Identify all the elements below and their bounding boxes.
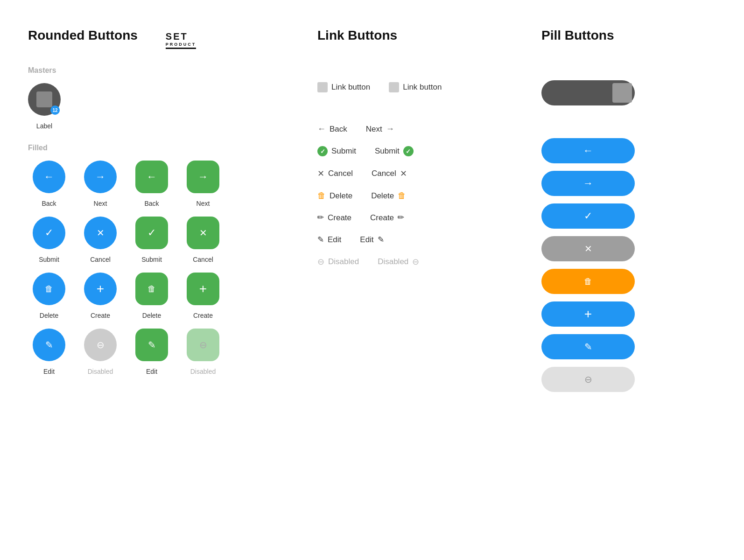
pencil-icon-left: ✎ — [317, 235, 324, 245]
pill-toggle[interactable] — [541, 80, 635, 105]
cancel-button-blue[interactable]: ✕ — [84, 217, 117, 249]
link-icon-box-right — [389, 82, 399, 92]
rounded-buttons-section: Rounded Buttons SET PRODUCT Masters 12 L… — [28, 28, 289, 399]
x-icon-left: ✕ — [317, 168, 324, 179]
arrow-right-icon: → — [386, 124, 394, 134]
link-btn-list: ← Back Next → ✓ Submit Submit ✓ — [317, 122, 419, 269]
link-submit-label-right: Submit — [375, 147, 400, 156]
link-disabled-button-left: ⊖ Disabled — [317, 255, 359, 269]
arrow-left-icon: ← — [317, 124, 326, 134]
link-next-label: Next — [366, 125, 382, 134]
link-button-right[interactable]: Link button — [389, 80, 442, 94]
edit-button-blue[interactable]: ✎ — [33, 329, 65, 361]
link-edit-button-right[interactable]: Edit ✎ — [360, 233, 384, 246]
pill-toggle-container — [541, 80, 635, 129]
pencil-icon-right: ✎ — [378, 235, 384, 245]
circle-minus-icon-right: ⊖ — [412, 257, 419, 267]
link-submit-button-left[interactable]: ✓ Submit — [317, 144, 356, 158]
link-edit-button-left[interactable]: ✎ Edit — [317, 233, 341, 246]
btn-item-disabled-blue: ⊖ Disabled — [79, 329, 121, 375]
edit-button-green[interactable]: ✎ — [135, 329, 168, 361]
link-icon-box-left — [317, 82, 328, 92]
next-button-green[interactable]: → — [187, 161, 219, 193]
link-row-disabled: ⊖ Disabled Disabled ⊖ — [317, 255, 419, 269]
x-icon-right: ✕ — [400, 168, 407, 179]
disabled-label-blue: Disabled — [88, 368, 113, 375]
pill-back-button[interactable]: ← — [541, 138, 635, 163]
link-row-delete: 🗑 Delete Delete 🗑 — [317, 189, 419, 203]
rounded-btn-grid: ← Back → Next ← Back → Next ✓ Submit ✕ — [28, 161, 224, 375]
submit-button-blue[interactable]: ✓ — [33, 217, 65, 249]
pill-delete-button[interactable]: 🗑 — [541, 269, 635, 294]
filled-subtitle: Filled — [28, 144, 48, 152]
link-delete-button-right[interactable]: Delete 🗑 — [371, 189, 406, 203]
link-disabled-label-right: Disabled — [378, 257, 408, 266]
cancel-button-green[interactable]: ✕ — [187, 217, 219, 249]
link-button-left[interactable]: Link button — [317, 80, 370, 94]
logo-line2: PRODUCT — [166, 42, 197, 47]
back-label-green: Back — [144, 200, 159, 207]
create-label-blue: Create — [91, 312, 110, 319]
btn-item-create-green: + Create — [182, 273, 224, 319]
submit-button-green[interactable]: ✓ — [135, 217, 168, 249]
link-next-button[interactable]: Next → — [366, 122, 394, 136]
link-row-back-next: ← Back Next → — [317, 122, 419, 136]
create-button-green[interactable]: + — [187, 273, 219, 305]
pencil-sq-icon-left: ✎ — [315, 212, 327, 224]
delete-button-blue[interactable]: 🗑 — [33, 273, 65, 305]
btn-item-back-blue: ← Back — [28, 161, 70, 207]
pill-cancel-button[interactable]: ✕ — [541, 236, 635, 261]
link-button-label2: Link button — [403, 83, 442, 92]
link-delete-label-left: Delete — [330, 191, 352, 201]
set-logo: SET PRODUCT — [166, 31, 197, 49]
rounded-title: Rounded Buttons — [28, 28, 138, 43]
edit-label-green: Edit — [146, 368, 157, 375]
link-back-button[interactable]: ← Back — [317, 122, 347, 136]
check-circle-icon-left: ✓ — [317, 146, 328, 156]
pencil-sq-icon-right: ✎ — [395, 212, 407, 224]
logo-line1: SET — [166, 31, 197, 42]
link-create-button-right[interactable]: Create ✎ — [370, 211, 404, 224]
link-cancel-button-right[interactable]: Cancel ✕ — [372, 167, 407, 181]
link-submit-label-left: Submit — [331, 147, 356, 156]
back-button-green[interactable]: ← — [135, 161, 168, 193]
link-row-create: ✎ Create Create ✎ — [317, 211, 419, 224]
link-buttons-section: Link Buttons Link button Link button ← B… — [317, 28, 504, 399]
link-edit-label-left: Edit — [328, 235, 341, 245]
next-button-blue[interactable]: → — [84, 161, 117, 193]
btn-item-back-green: ← Back — [131, 161, 173, 207]
btn-item-submit-blue: ✓ Submit — [28, 217, 70, 263]
trash-icon-right: 🗑 — [398, 191, 406, 201]
cancel-label-green: Cancel — [193, 256, 213, 263]
back-button-blue[interactable]: ← — [33, 161, 65, 193]
link-back-label: Back — [330, 125, 347, 134]
link-submit-button-right[interactable]: Submit ✓ — [375, 144, 414, 158]
next-label-blue: Next — [94, 200, 107, 207]
btn-item-delete-blue: 🗑 Delete — [28, 273, 70, 319]
pill-create-button[interactable]: + — [541, 301, 635, 327]
link-disabled-button-right: Disabled ⊖ — [378, 255, 419, 269]
master-item: 12 Label — [28, 83, 61, 130]
pill-next-button[interactable]: → — [541, 171, 635, 196]
next-label-green: Next — [197, 200, 210, 207]
link-delete-button-left[interactable]: 🗑 Delete — [317, 189, 352, 203]
link-row-submit: ✓ Submit Submit ✓ — [317, 144, 419, 158]
delete-button-green[interactable]: 🗑 — [135, 273, 168, 305]
link-cancel-button-left[interactable]: ✕ Cancel — [317, 167, 353, 181]
create-label-green: Create — [193, 312, 213, 319]
pill-buttons-section: Pill Buttons ← → ✓ ✕ 🗑 + ✎ ⊖ — [541, 28, 672, 399]
pill-edit-button[interactable]: ✎ — [541, 334, 635, 359]
link-edit-label-right: Edit — [360, 235, 373, 245]
btn-item-cancel-green: ✕ Cancel — [182, 217, 224, 263]
pill-disabled-button: ⊖ — [541, 367, 635, 392]
link-row-edit: ✎ Edit Edit ✎ — [317, 233, 419, 246]
create-button-blue[interactable]: + — [84, 273, 117, 305]
submit-label-green: Submit — [141, 256, 162, 263]
submit-label-blue: Submit — [39, 256, 59, 263]
delete-label-blue: Delete — [40, 312, 58, 319]
pill-submit-button[interactable]: ✓ — [541, 203, 635, 229]
disabled-label-green: Disabled — [190, 368, 216, 375]
link-create-button-left[interactable]: ✎ Create — [317, 211, 351, 224]
disabled-button-blue: ⊖ — [84, 329, 117, 361]
btn-item-edit-green: ✎ Edit — [131, 329, 173, 375]
